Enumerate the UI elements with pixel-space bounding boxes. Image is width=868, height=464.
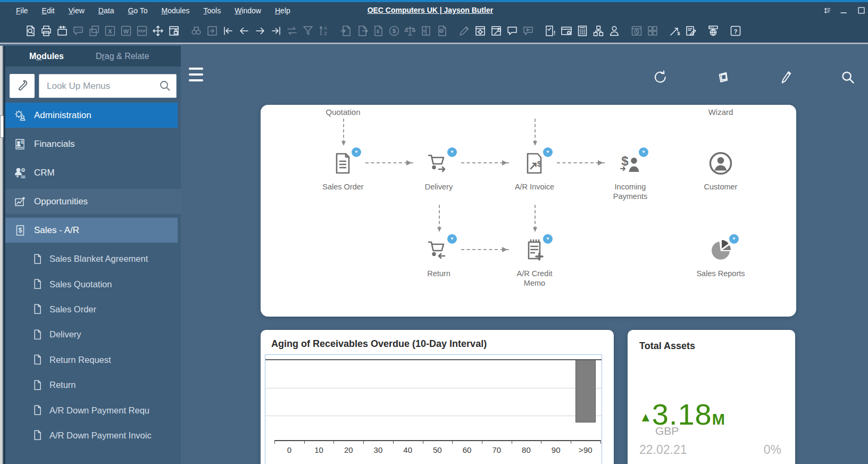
maximize-icon[interactable] bbox=[856, 5, 867, 16]
flow-arrow-right-icon bbox=[461, 162, 509, 163]
volume-weight-icon: $ bbox=[419, 24, 432, 38]
sidebar-subitem-sales-quotation[interactable]: Sales Quotation bbox=[5, 271, 181, 296]
sidebar-item-financials[interactable]: $ Financials bbox=[5, 131, 178, 156]
dropdown-badge-icon[interactable]: ▼ bbox=[543, 147, 553, 157]
sidebar-item-administration[interactable]: Administration bbox=[5, 103, 178, 128]
dropdown-badge-icon[interactable]: ▼ bbox=[447, 234, 457, 244]
wrench-icon bbox=[16, 79, 29, 94]
edit-pencil-icon[interactable] bbox=[778, 69, 794, 85]
customize-form-icon[interactable] bbox=[489, 24, 503, 38]
window-cascade-icon[interactable] bbox=[715, 69, 731, 85]
axis-tick-label: >90 bbox=[579, 445, 592, 454]
sidebar-subitem-return[interactable]: Return bbox=[5, 372, 181, 397]
dropdown-badge-icon[interactable]: ▼ bbox=[447, 147, 457, 157]
flow-node-a-r-credit-memo[interactable]: ▼ A/R CreditMemo bbox=[489, 237, 580, 288]
previous-record-icon[interactable] bbox=[237, 24, 251, 38]
menu-help[interactable]: Help bbox=[275, 6, 290, 15]
document-currency-icon: $ bbox=[387, 24, 400, 38]
sidebar-subitem-label: Return bbox=[49, 380, 76, 390]
axis-tick-label: 80 bbox=[522, 445, 531, 454]
alerts-pane-icon[interactable]: ! bbox=[560, 24, 573, 38]
svg-text:A: A bbox=[323, 26, 327, 31]
chart-title: Aging of Receivables Overdue (10-Day Int… bbox=[271, 338, 487, 350]
modules-sidebar: Modules Drag & Relate Administration$ Fi… bbox=[5, 46, 181, 464]
remarks-icon[interactable] bbox=[505, 24, 519, 38]
refresh-icon[interactable] bbox=[653, 69, 669, 85]
flow-node-sales-order[interactable]: ▼ Sales Order bbox=[298, 151, 388, 192]
flow-node-label: Sales Reports bbox=[675, 269, 766, 278]
gross-profit-icon bbox=[403, 24, 416, 38]
bar-over-90[interactable] bbox=[575, 360, 596, 422]
sidebar-tabs: Modules Drag & Relate bbox=[5, 46, 181, 67]
hamburger-menu-icon[interactable] bbox=[189, 68, 205, 82]
lookup-menus-input[interactable] bbox=[39, 74, 177, 98]
flow-node-customer[interactable]: Customer bbox=[675, 151, 766, 192]
sidebar-subitem-sales-order[interactable]: Sales Order bbox=[5, 297, 181, 322]
menu-file[interactable]: File bbox=[16, 6, 28, 15]
chart-x-axis bbox=[274, 440, 600, 441]
menu-modules[interactable]: Modules bbox=[162, 6, 190, 15]
first-record-icon[interactable] bbox=[221, 24, 235, 38]
exchange-rates-icon[interactable]: $ bbox=[668, 24, 681, 38]
menu-window[interactable]: Window bbox=[235, 6, 261, 15]
last-record-icon[interactable] bbox=[269, 24, 282, 38]
form-settings-icon[interactable] bbox=[473, 24, 487, 38]
journal-entry-icon[interactable] bbox=[684, 24, 697, 38]
search-icon bbox=[158, 79, 171, 94]
dropdown-badge-icon[interactable]: ▼ bbox=[639, 147, 648, 157]
sidebar-item-sales-a-r[interactable]: $ Sales - A/R bbox=[5, 218, 178, 243]
sidebar-item-label: Administration bbox=[34, 110, 91, 121]
svg-text:$: $ bbox=[423, 29, 425, 34]
crm-icon: $ bbox=[14, 167, 27, 179]
export-pdf-icon: PDF bbox=[135, 24, 148, 38]
svg-text:$: $ bbox=[621, 154, 629, 168]
sidebar-subitem-a-r-down-payment-invoic[interactable]: A/R Down Payment Invoic bbox=[5, 423, 181, 448]
print-icon[interactable] bbox=[39, 24, 53, 38]
tab-drag-and-relate[interactable]: Drag & Relate bbox=[96, 52, 149, 61]
send-message-icon[interactable] bbox=[55, 24, 69, 38]
web-client-icon[interactable] bbox=[706, 24, 720, 38]
flow-node-delivery[interactable]: ▼ Delivery bbox=[394, 151, 484, 192]
flow-node-incoming-payments[interactable]: $ ▼ IncomingPayments bbox=[585, 151, 675, 201]
my-personal-settings-icon[interactable] bbox=[607, 24, 621, 38]
flow-node-label: IncomingPayments bbox=[585, 182, 675, 201]
minimize-icon[interactable] bbox=[839, 5, 849, 16]
help-icon[interactable]: ? bbox=[729, 24, 742, 38]
dropdown-badge-icon[interactable]: ▼ bbox=[729, 234, 739, 244]
sidebar-item-crm[interactable]: $ CRM bbox=[5, 160, 178, 185]
menu-go-to[interactable]: Go To bbox=[128, 6, 147, 15]
search-icon[interactable] bbox=[840, 69, 856, 85]
flow-node-wizard-label[interactable]: Wizard bbox=[708, 107, 733, 117]
flow-node-quotation-label[interactable]: Quotation bbox=[326, 107, 360, 117]
axis-tick-label: 10 bbox=[314, 445, 323, 454]
sidebar-subitem-a-r-down-payment-requ[interactable]: A/R Down Payment Requ bbox=[5, 397, 181, 422]
approval-status-icon[interactable]: ! bbox=[544, 24, 557, 38]
switch-windows-icon[interactable] bbox=[821, 5, 832, 16]
flow-node-sales-reports[interactable]: ▼ Sales Reports bbox=[675, 237, 766, 278]
flow-node-return[interactable]: ▼ Return bbox=[394, 237, 484, 278]
aging-receivables-card: Aging of Receivables Overdue (10-Day Int… bbox=[261, 330, 614, 464]
sidebar-subitem-return-request[interactable]: Return Request bbox=[5, 347, 181, 372]
sidebar-subitem-delivery[interactable]: Delivery bbox=[5, 322, 181, 347]
menu-data[interactable]: Data bbox=[98, 6, 114, 15]
lock-screen-icon[interactable] bbox=[167, 24, 180, 38]
menu-settings-button[interactable] bbox=[10, 74, 35, 98]
org-chart-icon[interactable] bbox=[591, 24, 605, 38]
flow-node-a-r-invoice[interactable]: $ ▼ A/R Invoice bbox=[489, 151, 580, 192]
move-icon[interactable] bbox=[151, 24, 164, 38]
dropdown-badge-icon[interactable]: ▼ bbox=[352, 147, 361, 157]
go-to-record-icon bbox=[205, 24, 219, 38]
calculator-icon[interactable] bbox=[575, 24, 589, 38]
menu-edit[interactable]: Edit bbox=[42, 6, 55, 15]
edit-document-icon bbox=[457, 24, 471, 38]
dropdown-badge-icon[interactable]: ▼ bbox=[543, 234, 553, 244]
next-record-icon[interactable] bbox=[253, 24, 266, 38]
find-in-document-icon[interactable] bbox=[23, 24, 37, 38]
sidebar-item-opportunities[interactable]: Opportunities bbox=[5, 189, 181, 214]
return-cart-icon bbox=[426, 255, 452, 264]
tab-modules[interactable]: Modules bbox=[29, 52, 64, 61]
menu-view[interactable]: View bbox=[69, 6, 85, 15]
sidebar-subitem-sales-blanket-agreement[interactable]: Sales Blanket Agreement bbox=[5, 246, 181, 271]
chat-icon bbox=[71, 24, 85, 38]
menu-tools[interactable]: Tools bbox=[203, 6, 221, 15]
